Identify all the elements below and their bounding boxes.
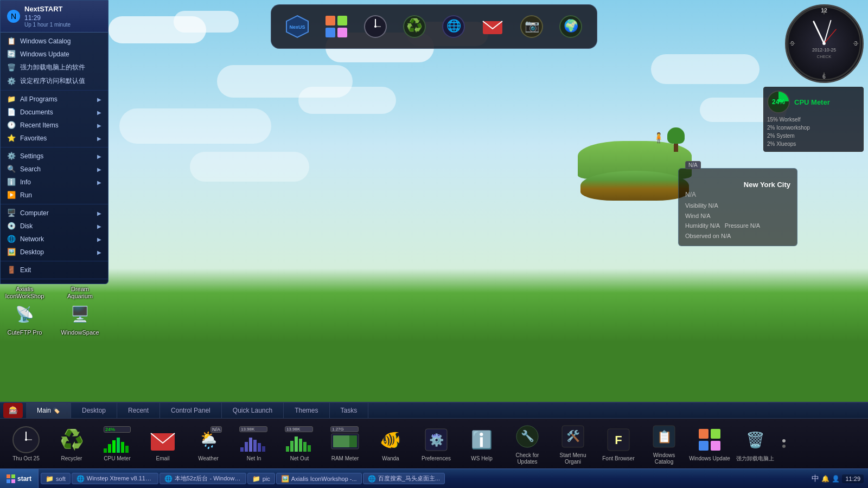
cpu-items: 15% Workself 2% Iconworkshop 2% System 2… (767, 115, 860, 148)
start-item-uninstall[interactable]: 🗑️ 强力卸载电脑上的软件 (1, 61, 108, 74)
start-system-section: ⚙️ Settings ▶ 🔍 Search ▶ ℹ️ Info ▶ ▶️ Ru… (1, 147, 108, 204)
svg-line-28 (814, 22, 824, 43)
taskbar-right: 中 🔔 👤 11:29 (807, 474, 868, 484)
dock-icon-rammeter[interactable]: 1.27G RAM Meter (323, 424, 367, 463)
svg-rect-4 (326, 28, 335, 37)
dock-icon-checkupdates[interactable]: 🔧 Check for Updates (506, 421, 549, 466)
taskbar-item-4[interactable]: 🖼️ Axialis IconWorkshop -... (276, 473, 362, 484)
svg-text:🌍: 🌍 (564, 18, 579, 33)
svg-text:🎰: 🎰 (9, 406, 18, 415)
svg-rect-43 (117, 438, 120, 453)
svg-rect-80 (11, 479, 15, 483)
start-item-favorites[interactable]: ⭐ Favorites ▶ (1, 132, 108, 145)
start-time: 11:29 (24, 14, 71, 22)
start-uptime: Up 1 hour 1 minute (24, 22, 71, 28)
weather-na2: N/A (685, 191, 790, 198)
dock-icon-fontbrowser[interactable]: F Font Browser (597, 424, 640, 463)
start-item-search[interactable]: 🔍 Search ▶ (1, 163, 108, 176)
floating-island: 🧍 (575, 130, 694, 201)
svg-rect-61 (333, 435, 349, 447)
dock-icon-netin[interactable]: 13.98K Net In (232, 424, 276, 463)
dock-icon-wanda[interactable]: 🐠 Wanda (369, 424, 412, 463)
svg-text:WS: WS (432, 433, 441, 439)
svg-rect-41 (108, 444, 111, 453)
svg-rect-52 (262, 446, 265, 452)
svg-rect-76 (711, 441, 720, 451)
start-item-computer[interactable]: 🖥️ Computer ▶ (1, 207, 108, 220)
dock-tab-main[interactable]: Main 🏷️ (26, 403, 71, 418)
taskbar-item-5[interactable]: 🌐 百度搜索_马头桌面主... (363, 473, 445, 484)
dock-icon-windowsupdate[interactable]: Windows Update (688, 424, 731, 463)
start-item-winupdate[interactable]: 🔄 Windows Update (1, 48, 108, 61)
top-dock-nexus[interactable]: NexUS (280, 9, 315, 44)
taskbar-item-3[interactable]: 📁 pic (247, 473, 275, 484)
start-item-exit[interactable]: 🚪 Exit (1, 264, 108, 277)
taskbar-item-0[interactable]: 📁 soft (41, 473, 71, 484)
weather-na-badge: N/A (685, 161, 701, 169)
top-dock-clock[interactable] (358, 9, 393, 44)
taskbar-item-2[interactable]: 🌐 本地52z后台 - Windows ... (159, 473, 246, 484)
start-item-run[interactable]: ▶️ Run (1, 189, 108, 202)
taskbar-item-1[interactable]: 🌐 Winstep Xtreme v8.11英... (72, 473, 158, 484)
start-header: N NextSTART 11:29 Up 1 hour 1 minute (1, 1, 108, 33)
top-dock-camera[interactable]: 📷 (514, 9, 549, 44)
dock-tab-quicklaunch[interactable]: Quick Launch (222, 403, 284, 418)
start-logo: N (7, 10, 20, 23)
cpu-item-1: 2% Iconworkshop (767, 124, 860, 132)
top-dock-mail[interactable] (475, 9, 510, 44)
start-item-allprograms[interactable]: 📁 All Programs ▶ (1, 93, 108, 106)
start-item-info[interactable]: ℹ️ Info ▶ (1, 176, 108, 189)
cpu-item-3: 2% Xlueops (767, 140, 860, 148)
dock-icon-cpumeter[interactable]: 24% CPU Meter (95, 424, 139, 463)
start-item-disk[interactable]: 💿 Disk ▶ (1, 220, 108, 233)
dock-icon-netout[interactable]: 13.98K Net Out (278, 424, 321, 463)
start-nav-section: 📁 All Programs ▶ 📄 Documents ▶ 🕐 Recent … (1, 91, 108, 147)
dock-icon-clock[interactable]: Thu Oct 25 (4, 424, 48, 463)
start-button[interactable]: start (0, 469, 39, 488)
dock-icon-startmenuorgani[interactable]: 🛠️ Start Menu Organi (551, 421, 595, 466)
desktop-icon-cuteftp[interactable]: 📡 CuteFTP Pro (4, 301, 45, 336)
dock-icon-windowscatalog[interactable]: 📋 Windows Catalog (642, 421, 686, 466)
svg-rect-44 (121, 442, 124, 453)
top-dock-globe[interactable]: 🌍 (553, 9, 588, 44)
dock-icon-recycler[interactable]: ♻️ Recycler (50, 424, 93, 463)
svg-rect-2 (326, 16, 335, 25)
start-item-network[interactable]: 🌐 Network ▶ (1, 233, 108, 246)
start-item-defaults[interactable]: ⚙️ 设定程序访问和默认值 (1, 74, 108, 88)
svg-text:♻️: ♻️ (406, 17, 423, 33)
dock-tab-desktop[interactable]: Desktop (71, 403, 117, 418)
taskbar-clock: 11:29 (842, 474, 864, 483)
svg-text:🌐: 🌐 (446, 18, 462, 33)
start-item-settings[interactable]: ⚙️ Settings ▶ (1, 150, 108, 163)
start-quick-section: 📋 Windows Catalog 🔄 Windows Update 🗑️ 强力… (1, 33, 108, 91)
dock-tab-tasks[interactable]: Tasks (330, 403, 369, 418)
dock-icon-email[interactable]: Email (141, 424, 184, 463)
svg-text:2012-10-25: 2012-10-25 (812, 47, 836, 53)
cpu-title: CPU Meter (794, 98, 830, 106)
start-item-recentitems[interactable]: 🕐 Recent Items ▶ (1, 119, 108, 132)
dock-tab-themes[interactable]: Themes (284, 403, 329, 418)
dock-icon-preferences[interactable]: ⚙️ WS Preferences (414, 424, 458, 463)
svg-text:NexUS: NexUS (289, 24, 305, 30)
svg-text:📋: 📋 (657, 429, 672, 444)
top-dock-recycle[interactable]: ♻️ (397, 9, 432, 44)
svg-rect-49 (249, 438, 252, 452)
dock-icon-weather[interactable]: 🌦️ N/A Weather (187, 424, 230, 463)
clock-widget: 12 3 6 9 2012-10-25 CHECK (785, 4, 864, 83)
start-item-desktop[interactable]: 🖼️ Desktop ▶ (1, 246, 108, 259)
dock-icon-wshelp[interactable]: ℹ️ WS Help (460, 424, 503, 463)
weather-city: New York City (685, 181, 790, 189)
top-dock-windows[interactable] (319, 9, 354, 44)
taskbar-items: 📁 soft 🌐 Winstep Xtreme v8.11英... 🌐 本地52… (39, 472, 807, 485)
dock-icon-uninstall[interactable]: 🗑️ 强力卸载电脑上 (733, 424, 777, 463)
top-dock-network[interactable]: 🌐 (436, 9, 471, 44)
dock-icons: Thu Oct 25 ♻️ Recycler 24% CPU Meter (0, 419, 868, 468)
weather-widget: N/A New York City N/A Visibility N/A Win… (678, 168, 797, 246)
dock-tab-controlpanel[interactable]: Control Panel (160, 403, 222, 418)
desktop-icon-windowspace[interactable]: 🖥️ WindowSpace (60, 301, 100, 336)
bottom-dock: 🎰 Main 🏷️ Desktop Recent Control Panel Q… (0, 402, 868, 468)
dock-tab-recent[interactable]: Recent (117, 403, 160, 418)
start-item-documents[interactable]: 📄 Documents ▶ (1, 106, 108, 119)
start-item-wincatalog[interactable]: 📋 Windows Catalog (1, 35, 108, 48)
start-places-section: 🖥️ Computer ▶ 💿 Disk ▶ 🌐 Network ▶ 🖼️ De… (1, 204, 108, 261)
